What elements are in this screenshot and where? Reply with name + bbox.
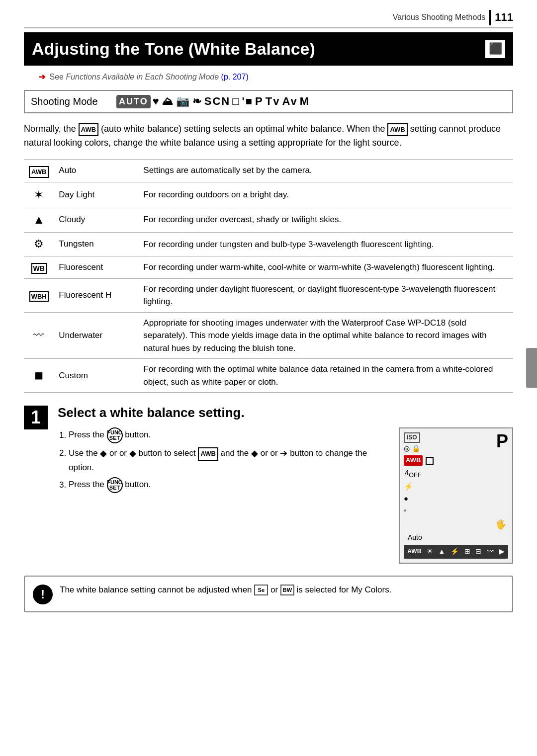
step-1-section: 1 Select a white balance setting. Press … (24, 405, 513, 563)
cam-icon-row-4: ● (404, 493, 508, 504)
cam-icon-row-2: 4OFF (404, 467, 508, 480)
wb-desc-auto: Settings are automatically set by the ca… (138, 159, 513, 182)
camera-icon: ⬛ (489, 41, 502, 57)
awb-icon-1: AWB (79, 123, 98, 136)
func-set-button-2: FUNCSET (107, 477, 123, 493)
note-box: ! The white balance setting cannot be ad… (24, 576, 513, 612)
wb-desc-underwater: Appropriate for shooting images underwat… (138, 312, 513, 359)
cam-strip-fluorh: ⊟ (475, 547, 481, 557)
mode-av: Av (282, 94, 297, 109)
step-instruction-1: Press the FUNCSET button. (69, 427, 389, 443)
wb-name-daylight: Day Light (54, 182, 138, 207)
mode-auto: AUTO (116, 95, 151, 108)
table-row: ✶ Day Light For recording outdoors on a … (24, 182, 513, 207)
page-title: Adjusting the Tone (White Balance) (32, 37, 315, 61)
wb-icon-custom: ◼ (24, 359, 54, 393)
wb-name-custom: Custom (54, 359, 138, 393)
wb-desc-cloudy: For recording under overcast, shady or t… (138, 207, 513, 233)
section-label: Various Shooting Methods (393, 12, 485, 23)
down-arrow: ◆ (129, 448, 136, 458)
iso-badge: ISO (404, 432, 420, 443)
wb-name-tungsten: Tungsten (54, 232, 138, 256)
cam-bottom-strip: AWB ☀ ▲ ⚡ ⊞ ⊟ 〰 ▶ (404, 545, 508, 559)
mode-scn: SCN (204, 94, 230, 109)
shooting-mode-icons: AUTO ♥ ⛰ 📷 ❧ SCN □ '■ P Tv Av M (116, 94, 310, 109)
cam-strip-more: ▶ (499, 547, 505, 557)
mode-sym6: '■ (242, 94, 253, 109)
step-instruction-3: Press the FUNCSET button. (69, 477, 389, 493)
step-number: 1 (24, 406, 48, 429)
wb-icon-cloudy: ▲ (24, 207, 54, 233)
left-arrow: ◆ (251, 448, 258, 458)
note-text-after: is selected for My Colors. (297, 585, 392, 594)
or-text-1: or (119, 448, 127, 458)
cam-circle-icons: ◎ 🔒 (404, 444, 420, 454)
cam-icon-row-5: ▪ (404, 505, 508, 515)
cam-strip-awb: AWB (407, 547, 421, 556)
wb-icon-auto: AWB (24, 159, 54, 182)
or-text-2: or (270, 448, 278, 458)
cam-strip-fluor: ⊞ (464, 547, 470, 557)
func-set-button-1: FUNCSET (107, 427, 123, 443)
wb-icon-fluorescent: WB (24, 256, 54, 278)
page-number: 111 (489, 10, 513, 25)
mode-sym3: 📷 (176, 94, 190, 109)
cam-top-left: ISO ◎ 🔒 (404, 432, 420, 453)
table-row: 〰 Underwater Appropriate for shooting im… (24, 312, 513, 359)
camera-screen-mockup: ISO ◎ 🔒 P AWB 4OFF ⚡ (399, 427, 513, 563)
wb-desc-tungsten: For recording under tungsten and bulb-ty… (138, 232, 513, 256)
cam-auto-label: Auto (408, 533, 508, 543)
note-text: The white balance setting cannot be adju… (60, 584, 504, 596)
step-title: Select a white balance setting. (58, 405, 513, 421)
cam-strip-flash: ⚡ (450, 547, 459, 557)
wb-name-fluorescent: Fluorescent (54, 256, 138, 278)
step-instruction-2: Use the ◆ or or ◆ button to select AWB a… (69, 446, 389, 474)
table-row: ▲ Cloudy For recording under overcast, s… (24, 207, 513, 233)
table-row: ⚙ Tungsten For recording under tungsten … (24, 232, 513, 256)
table-row: WBH Fluorescent H For recording under da… (24, 278, 513, 312)
intro-paragraph: Normally, the AWB (auto white balance) s… (24, 122, 513, 150)
mode-sym1: ♥ (153, 94, 160, 109)
cam-strip-cloud: ▲ (439, 547, 446, 557)
mode-p: P (255, 94, 264, 109)
awb-icon-2: AWB (387, 123, 407, 136)
note-text-before: The white balance setting cannot be adju… (60, 585, 252, 594)
table-row: AWB Auto Settings are automatically set … (24, 159, 513, 182)
reference-link[interactable]: (p. 207) (221, 73, 249, 81)
wb-name-underwater: Underwater (54, 312, 138, 359)
intro-text1: Normally, the (24, 124, 76, 134)
wb-icon-tungsten: ⚙ (24, 232, 54, 256)
cam-strip-water: 〰 (487, 547, 494, 557)
cam-strip-sun: ☀ (427, 547, 433, 557)
wb-icon-underwater: 〰 (24, 312, 54, 359)
awb-icon-inline: AWB (198, 447, 218, 461)
cam-awb-highlight: AWB (404, 455, 423, 465)
cam-icon-row-3: ⚡ (404, 481, 508, 492)
reference-arrow: ➔ (39, 73, 45, 81)
mode-m: M (300, 94, 310, 109)
right-arrow: ➔ (280, 448, 287, 458)
wb-desc-custom: For recording with the optimal white bal… (138, 359, 513, 393)
wb-icon-fluorescent-h: WBH (24, 278, 54, 312)
reference-line: ➔ See Functions Available in Each Shooti… (24, 72, 513, 83)
wb-icon-daylight: ✶ (24, 182, 54, 207)
title-block: Adjusting the Tone (White Balance) ⬛ (24, 32, 513, 66)
wb-desc-fluorescent: For recording under warm-white, cool-whi… (138, 256, 513, 278)
cam-mode-p: P (496, 432, 508, 450)
up-arrow: ◆ (100, 448, 107, 458)
step-content: Select a white balance setting. Press th… (58, 405, 513, 563)
note-icon: ! (33, 585, 53, 604)
step-instructions: Press the FUNCSET button. Use the ◆ or o… (58, 427, 389, 496)
wb-name-cloudy: Cloudy (54, 207, 138, 233)
page-header: Various Shooting Methods 111 (24, 10, 513, 28)
wb-desc-daylight: For recording outdoors on a bright day. (138, 182, 513, 207)
table-row: WB Fluorescent For recording under warm-… (24, 256, 513, 278)
mode-sym4: ❧ (192, 94, 202, 109)
intro-text2: (auto white balance) setting selects an … (101, 124, 385, 134)
shooting-mode-bar: Shooting Mode AUTO ♥ ⛰ 📷 ❧ SCN □ '■ P Tv… (24, 90, 513, 113)
note-icon-se: Se (254, 585, 268, 595)
note-icon-bw: BW (280, 585, 294, 595)
sidebar-tab (526, 348, 537, 388)
mode-tv: Tv (266, 94, 280, 109)
wb-table: AWB Auto Settings are automatically set … (24, 159, 513, 393)
